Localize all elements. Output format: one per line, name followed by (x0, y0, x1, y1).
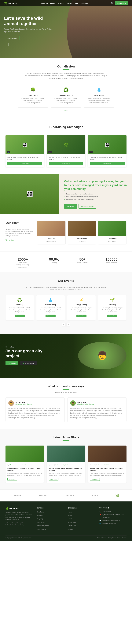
hero-title: Let's save the wild animal together (4, 16, 56, 26)
blog-readmore-2[interactable]: Read More (49, 478, 58, 481)
hero-content: Let's save the wild animal together Prot… (4, 16, 56, 46)
search-icon[interactable]: 🔍 (111, 2, 113, 4)
team-card-1: Merry Joe CEO of Company (37, 221, 66, 244)
know-more-water[interactable]: Know More (45, 314, 56, 317)
footer-sitemap-link[interactable]: Sitemap (122, 537, 127, 538)
campaign-card-1: 👨‍👩‍👧 📷 How about we fight an unnatural … (5, 135, 44, 167)
partner-leaf: 🌿 (115, 494, 119, 497)
footer-privacy-link[interactable]: Privacy Policy (108, 537, 116, 538)
event-name-water: Water Saving (38, 304, 63, 306)
instagram-icon[interactable]: ig (20, 522, 24, 526)
know-more-recycling[interactable]: Know More (14, 314, 25, 317)
team-role-2: HR Associate (78, 240, 86, 242)
nav-contact[interactable]: Contact Us (81, 2, 90, 4)
check-item-1: Focus on best environmental practices. (64, 193, 127, 195)
become-volunteer-button[interactable]: Become Volunteer (79, 204, 96, 209)
avatar-1: 👨 (8, 400, 14, 406)
testimonials-section: What our customers says Thousands of peo… (0, 378, 132, 429)
testimonial-role-2: Along Information Highway (77, 404, 94, 405)
blog-card-3: By Admin | On December 30, 2019 Nanotech… (88, 446, 127, 482)
leaf-icon: 🌿 (4, 2, 7, 5)
campaign-card-2: 🌿 📷 How about we fight an unnatural the … (47, 135, 85, 167)
nav-actions: 🔍 Donate Now (111, 2, 128, 5)
footer-legal-link[interactable]: Legal (117, 537, 120, 538)
nav-donate-button[interactable]: Donate Now (115, 2, 128, 5)
footer-contact-col: Get In Touch 📞 (100) 456 7890 📍 65, Albe… (99, 507, 127, 531)
banner-people-icon: 👨‍👩‍👧‍👦 (0, 174, 59, 214)
stats-grid: 2000+ Solar Power We got in this is more… (5, 256, 127, 268)
know-more-planting[interactable]: Know More (107, 314, 118, 317)
team-layout: Our Team We got in there is more to this… (5, 221, 127, 244)
blog-img-2 (47, 446, 85, 462)
blog-img-3 (88, 446, 127, 462)
water-icon: 💧 (87, 87, 111, 92)
testimonials-title: What our customers says (5, 384, 127, 388)
hero-next-arrow[interactable]: › (8, 43, 12, 46)
linkedin-icon[interactable]: in (15, 522, 19, 526)
blog-desc-1: Lorem ipsum dolor sit amet, consectetur … (7, 472, 42, 476)
footer-link-about[interactable]: About (68, 515, 72, 516)
team-title: Our Team (5, 221, 33, 225)
events-next-button[interactable]: › (67, 323, 70, 327)
get-involve-button[interactable]: Get Involve (5, 361, 18, 365)
facebook-icon[interactable]: f (5, 522, 9, 526)
team-name-1: Merry Joe (37, 238, 65, 239)
view-all-team-link[interactable]: View All Team (5, 239, 14, 241)
twitter-icon[interactable]: t (10, 522, 14, 526)
footer-link-contact[interactable]: Contact (68, 528, 73, 530)
nav-about[interactable]: About Us (41, 2, 48, 4)
footer-link-home[interactable]: Home (68, 511, 72, 513)
stat-line-2 (52, 256, 56, 256)
nav-blog[interactable]: Blog (75, 2, 78, 4)
team-intro: Our Team We got in there is more to this… (5, 221, 33, 244)
blog-readmore-1[interactable]: Read More (7, 478, 17, 481)
blog-readmore-3[interactable]: Read More (90, 478, 100, 481)
team-role-1: CEO of Company (46, 240, 56, 242)
testimonials-subtitle: Thousands of people get benefit! (5, 392, 127, 393)
blog-body-2: By Admin | On December 30, 2019 Nanotech… (47, 462, 85, 482)
campaign-tag-3: 📷 (89, 151, 93, 153)
events-prev-button[interactable]: ‹ (62, 323, 65, 327)
campaign-img-1: 👨‍👩‍👧 📷 (5, 135, 44, 154)
dot-2[interactable] (66, 110, 68, 112)
stat-label-2: Recycling (49, 262, 59, 264)
hero-prev-arrow[interactable]: ‹ (4, 43, 7, 46)
footer-link-events[interactable]: Events (68, 518, 72, 520)
footer-phone: 📞 (100) 456 7890 (99, 510, 127, 513)
blog-body-3: By Admin | On December 30, 2019 Nanotech… (88, 462, 127, 482)
donate-button-3[interactable]: Donate Now (90, 162, 125, 165)
footer-service-2[interactable]: Save Life (37, 515, 43, 516)
blog-desc-3: Lorem ipsum dolor sit amet, consectetur … (90, 472, 125, 476)
nav-services[interactable]: Services (58, 2, 64, 4)
footer-link-donate[interactable]: Donate Now (68, 525, 76, 526)
mission-card-water: 💧 Save Water Water Low hanging fruit to … (84, 84, 114, 108)
hero-read-more-button[interactable]: Read About Us (4, 36, 20, 40)
footer-service-6[interactable]: Energy Saving (37, 528, 46, 530)
footer-service-4[interactable]: Water Saving (37, 522, 45, 523)
footer-service-5[interactable]: Waste Management (37, 525, 49, 526)
campaign-cards: 👨‍👩‍👧 📷 How about we fight an unnatural … (5, 135, 127, 167)
footer-terms-link[interactable]: Terms of Service (97, 537, 106, 538)
footer-service-3[interactable]: Recycling (37, 518, 43, 520)
testimonial-name-1: Robert Joe (15, 401, 32, 404)
campaign-tag-1: 📷 (6, 151, 10, 153)
donate-button-2[interactable]: Donate Now (49, 162, 83, 165)
stat-label-1: Solar Power (14, 262, 31, 264)
footer-bottom: © Copyright Eonment 2019. All rights res… (5, 535, 127, 538)
know-more-energy[interactable]: Know More (76, 314, 87, 317)
dot-1[interactable] (64, 110, 66, 112)
footer-links-list: Home About Events Testimonials Donate No… (68, 510, 95, 530)
green-banner-content: Get expert advice on planting & caring f… (59, 174, 132, 214)
blogs-section: Latest From Blogs By Admin | On December… (0, 429, 132, 490)
hero-arrows: ‹ › (4, 43, 56, 46)
donate-button-1[interactable]: Donate Now (7, 162, 42, 165)
donated-button[interactable]: 75 % Donated (20, 361, 37, 365)
events-grid: ♻️ Recycling Low hanging fruit to identi… (5, 295, 127, 320)
take-action-button[interactable]: Take Action (64, 204, 77, 209)
nav-events[interactable]: Events (67, 2, 72, 4)
nav-pages[interactable]: Pages (50, 2, 55, 4)
footer-link-testimonials[interactable]: Testimonials (68, 522, 76, 523)
footer-service-1[interactable]: Save Forest (37, 511, 44, 513)
footer-logo-text: ronment. (9, 507, 20, 510)
event-desc-recycling: Low hanging fruit to identify a ballpark… (7, 307, 32, 313)
